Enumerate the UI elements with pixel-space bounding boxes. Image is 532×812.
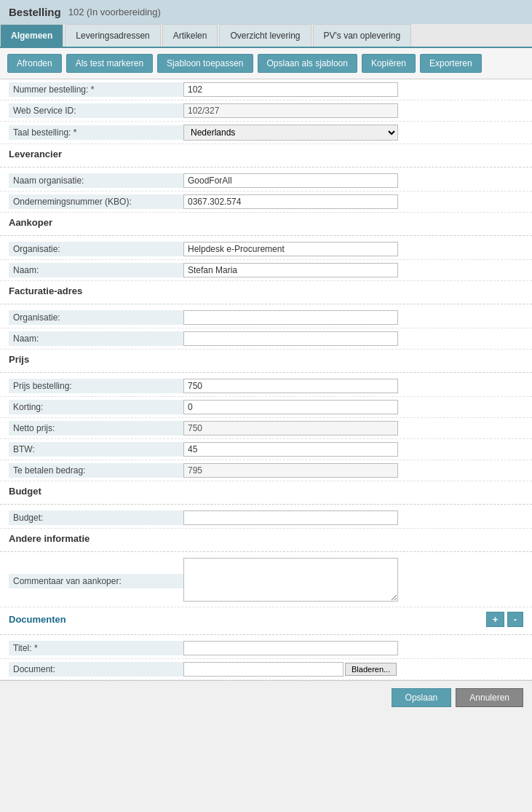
- webservice-value: [183, 103, 523, 118]
- doc-document-label: Document:: [9, 662, 183, 677]
- taal-label: Taal bestelling: *: [9, 125, 183, 140]
- lev-naam-row: Naam organisatie:: [0, 170, 532, 192]
- netto-input[interactable]: [183, 421, 398, 435]
- fact-org-input[interactable]: [183, 310, 398, 325]
- fact-naam-row: Naam:: [0, 328, 532, 350]
- betalen-row: Te betalen bedrag:: [0, 460, 532, 481]
- documenten-header: Documenten + -: [0, 607, 532, 631]
- lev-naam-input[interactable]: [183, 173, 398, 188]
- leverancier-title: Leverancier: [0, 144, 532, 164]
- page-subtitle: 102 (In voorbereiding): [68, 7, 161, 17]
- kopieren-button[interactable]: Kopiëren: [362, 54, 416, 73]
- webservice-label: Web Service ID:: [9, 103, 183, 118]
- remove-document-button[interactable]: -: [507, 612, 523, 627]
- fact-org-label: Organisatie:: [9, 310, 183, 325]
- aankoper-org-label: Organisatie:: [9, 242, 183, 256]
- kbo-input[interactable]: [183, 194, 398, 209]
- opslaan-sjabloon-button[interactable]: Opslaan als sjabloon: [258, 54, 357, 73]
- fact-naam-input[interactable]: [183, 331, 398, 346]
- aankoper-naam-input[interactable]: [183, 263, 398, 277]
- korting-label: Korting:: [9, 400, 183, 414]
- commentaar-textarea[interactable]: [183, 558, 398, 602]
- tab-artikelen[interactable]: Artikelen: [162, 24, 218, 47]
- test-button[interactable]: Als test markeren: [66, 54, 153, 73]
- tab-leveringsadressen[interactable]: Leveringsadressen: [65, 24, 160, 47]
- kbo-row: Ondernemingsnummer (KBO):: [0, 192, 532, 213]
- main-content: Nummer bestelling: * Web Service ID: Taa…: [0, 79, 532, 680]
- webservice-input[interactable]: [183, 103, 398, 118]
- nummer-input[interactable]: [183, 82, 398, 97]
- budget-row: Budget:: [0, 508, 532, 529]
- commentaar-label: Commentaar van aankoper:: [9, 574, 183, 588]
- btw-label: BTW:: [9, 442, 183, 457]
- prijs-title: Prijs: [0, 350, 532, 369]
- page-header: Bestelling 102 (In voorbereiding): [0, 0, 532, 24]
- toolbar: Afronden Als test markeren Sjabloon toep…: [0, 48, 532, 79]
- sjabloon-button[interactable]: Sjabloon toepassen: [157, 54, 253, 73]
- korting-row: Korting:: [0, 397, 532, 418]
- page-title: Bestelling: [9, 6, 61, 18]
- afronden-button[interactable]: Afronden: [7, 54, 62, 73]
- fact-naam-label: Naam:: [9, 331, 183, 346]
- facturatie-title: Facturatie-adres: [0, 281, 532, 301]
- annuleren-button[interactable]: Annuleren: [456, 688, 523, 707]
- nummer-row: Nummer bestelling: *: [0, 79, 532, 100]
- tabs-bar: Algemeen Leveringsadressen Artikelen Ove…: [0, 24, 532, 48]
- taal-value: Nederlands Frans Engels: [183, 125, 523, 141]
- betalen-label: Te betalen bedrag:: [9, 463, 183, 478]
- bottom-bar: Opslaan Annuleren: [0, 680, 532, 714]
- betalen-input[interactable]: [183, 463, 398, 478]
- netto-row: Netto prijs:: [0, 418, 532, 439]
- taal-select[interactable]: Nederlands Frans Engels: [183, 125, 398, 141]
- budget-label: Budget:: [9, 511, 183, 525]
- taal-row: Taal bestelling: * Nederlands Frans Enge…: [0, 122, 532, 144]
- aankoper-naam-row: Naam:: [0, 260, 532, 281]
- add-document-button[interactable]: +: [486, 612, 505, 627]
- fact-org-row: Organisatie:: [0, 307, 532, 328]
- tab-overzicht[interactable]: Overzicht levering: [219, 24, 311, 47]
- btw-row: BTW:: [0, 439, 532, 460]
- prijs-bestelling-row: Prijs bestelling:: [0, 376, 532, 397]
- kbo-label: Ondernemingsnummer (KBO):: [9, 194, 183, 209]
- budget-title: Budget: [0, 481, 532, 501]
- nummer-value: [183, 82, 523, 97]
- exporteren-button[interactable]: Exporteren: [420, 54, 482, 73]
- doc-titel-label: Titel: *: [9, 641, 183, 655]
- webservice-row: Web Service ID:: [0, 100, 532, 122]
- documenten-title: Documenten: [9, 614, 66, 625]
- prijs-label: Prijs bestelling:: [9, 379, 183, 393]
- andere-title: Andere informatie: [0, 529, 532, 548]
- aankoper-title: Aankoper: [0, 213, 532, 232]
- doc-titel-row: Titel: *: [0, 638, 532, 659]
- bladeren-button[interactable]: Bladeren...: [345, 663, 397, 676]
- btw-input[interactable]: [183, 442, 398, 457]
- tab-algemeen[interactable]: Algemeen: [0, 24, 63, 47]
- prijs-input[interactable]: [183, 379, 398, 393]
- aankoper-org-row: Organisatie:: [0, 239, 532, 260]
- opslaan-button[interactable]: Opslaan: [392, 688, 452, 707]
- documenten-buttons: + -: [486, 612, 523, 627]
- doc-document-row: Document: Bladeren...: [0, 659, 532, 680]
- doc-file-input[interactable]: [183, 662, 344, 677]
- commentaar-row: Commentaar van aankoper:: [0, 555, 532, 607]
- budget-input[interactable]: [183, 511, 398, 525]
- doc-titel-input[interactable]: [183, 641, 398, 655]
- tab-pvs[interactable]: PV's van oplevering: [313, 24, 412, 47]
- korting-input[interactable]: [183, 400, 398, 414]
- aankoper-org-input[interactable]: [183, 242, 398, 256]
- nummer-label: Nummer bestelling: *: [9, 82, 183, 97]
- lev-naam-label: Naam organisatie:: [9, 173, 183, 188]
- aankoper-naam-label: Naam:: [9, 263, 183, 277]
- netto-label: Netto prijs:: [9, 421, 183, 435]
